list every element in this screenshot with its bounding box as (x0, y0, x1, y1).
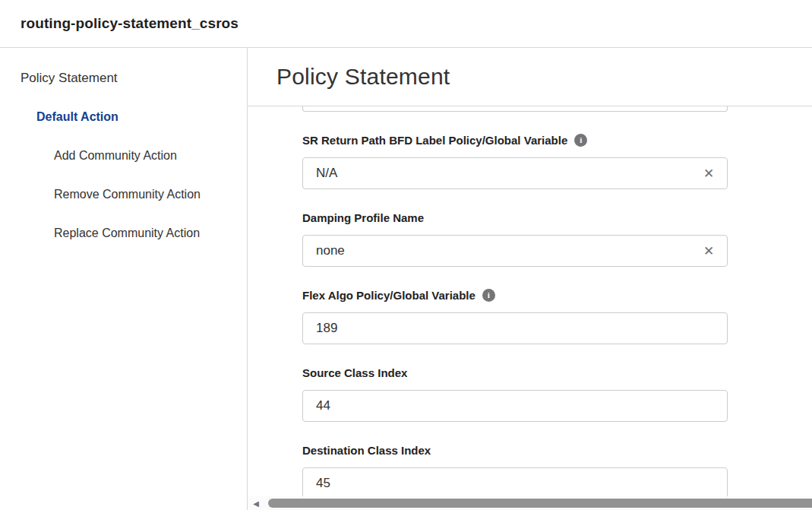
field-flex-algo-policy: Flex Algo Policy/Global Variable i (302, 287, 728, 344)
field-label-text: Damping Profile Name (302, 211, 424, 224)
app-body: Policy Statement Default Action Add Comm… (0, 48, 812, 510)
damping-profile-name-input[interactable] (302, 235, 728, 267)
scroll-left-arrow-icon[interactable]: ◀ (248, 496, 264, 510)
field-source-class-index: Source Class Index (302, 365, 728, 422)
sr-return-path-bfd-label-input[interactable] (302, 157, 728, 189)
source-class-index-input[interactable] (302, 390, 728, 422)
info-icon[interactable]: i (574, 134, 587, 147)
input-wrapper (302, 390, 728, 422)
field-label: Destination Class Index (302, 442, 728, 458)
field-label-text: Destination Class Index (302, 444, 431, 457)
input-wrapper: ✕ (302, 157, 728, 189)
page-title: Policy Statement (276, 64, 450, 90)
window-title: routing-policy-statement_csros (21, 15, 239, 32)
sidebar-item-label: Default Action (36, 110, 118, 124)
main-panel: Policy Statement SR Return Path BFD Labe… (248, 48, 812, 510)
form: SR Return Path BFD Label Policy/Global V… (302, 106, 728, 499)
title-bar: routing-policy-statement_csros (0, 0, 812, 48)
input-wrapper (302, 467, 728, 499)
field-damping-profile-name: Damping Profile Name ✕ (302, 210, 728, 267)
clear-icon[interactable]: ✕ (700, 157, 718, 189)
field-label: Flex Algo Policy/Global Variable i (302, 287, 728, 303)
field-destination-class-index: Destination Class Index (302, 442, 728, 499)
content-header: Policy Statement (248, 48, 812, 106)
destination-class-index-input[interactable] (302, 467, 728, 499)
sidebar-item-label: Remove Community Action (54, 188, 201, 201)
sidebar-item-remove-community-action[interactable]: Remove Community Action (0, 175, 247, 214)
sidebar-item-add-community-action[interactable]: Add Community Action (0, 136, 247, 175)
sidebar-item-default-action[interactable]: Default Action (0, 97, 247, 136)
sidebar-item-replace-community-action[interactable]: Replace Community Action (0, 214, 247, 252)
navigation-sidebar: Policy Statement Default Action Add Comm… (0, 48, 248, 510)
app-window: routing-policy-statement_csros Policy St… (0, 0, 812, 510)
field-label: Source Class Index (302, 365, 728, 380)
clear-icon[interactable]: ✕ (700, 235, 718, 267)
field-label: Damping Profile Name (302, 210, 728, 225)
sidebar-item-label: Add Community Action (54, 149, 177, 163)
field-label-text: Source Class Index (302, 366, 407, 379)
field-label-text: Flex Algo Policy/Global Variable (302, 289, 476, 302)
cutoff-input-field[interactable] (302, 106, 728, 112)
field-sr-return-path-bfd-label: SR Return Path BFD Label Policy/Global V… (302, 132, 728, 189)
flex-algo-policy-input[interactable] (302, 312, 728, 344)
horizontal-scrollbar[interactable]: ◀ (248, 496, 812, 510)
field-label: SR Return Path BFD Label Policy/Global V… (302, 132, 728, 147)
sidebar-item-label: Replace Community Action (54, 226, 200, 240)
input-wrapper (302, 312, 728, 344)
form-scroll-area[interactable]: SR Return Path BFD Label Policy/Global V… (248, 106, 812, 510)
sidebar-item-policy-statement[interactable]: Policy Statement (0, 59, 247, 97)
sidebar-item-label: Policy Statement (21, 71, 118, 86)
info-icon[interactable]: i (482, 289, 495, 302)
input-wrapper: ✕ (302, 235, 728, 267)
field-label-text: SR Return Path BFD Label Policy/Global V… (302, 134, 567, 147)
scrollbar-thumb[interactable] (268, 499, 812, 508)
